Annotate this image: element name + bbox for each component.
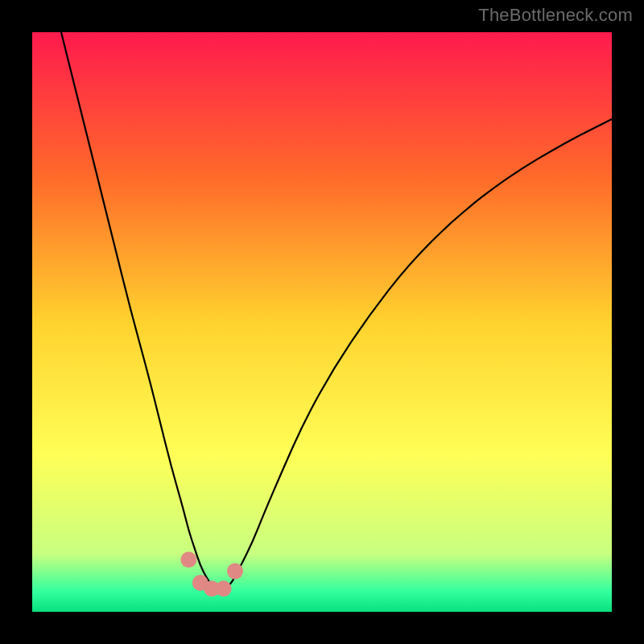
curve-marker <box>216 580 232 597</box>
curve-marker <box>180 551 196 568</box>
watermark-label: TheBottleneck.com <box>478 5 633 26</box>
chart-frame: TheBottleneck.com <box>0 0 644 644</box>
curve-marker <box>227 564 243 580</box>
plot-background <box>32 32 612 612</box>
plot-area <box>32 32 612 612</box>
chart-svg <box>32 32 612 612</box>
